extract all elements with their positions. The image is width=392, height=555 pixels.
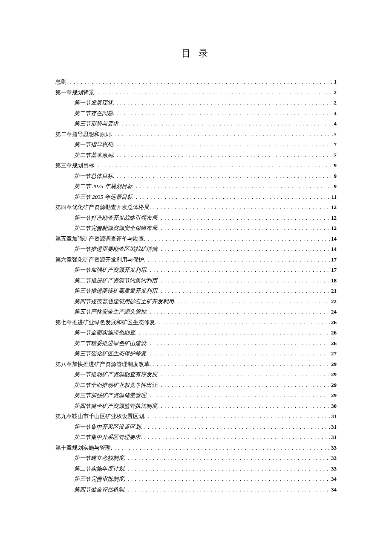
toc-leader-dots <box>113 171 333 182</box>
toc-entry-label: 第一节总体目标 <box>74 171 113 182</box>
toc-entry-page: 27 <box>330 349 337 359</box>
toc-entry: 第一节推进重要勘查区域找矿增储14 <box>55 244 337 255</box>
toc-entry: 第二节存在问题4 <box>55 108 337 119</box>
toc-entry-page: 30 <box>330 401 337 412</box>
toc-leader-dots <box>157 401 330 412</box>
toc-entry: 第一节打造勘查开发战略引领布局12 <box>55 213 337 224</box>
toc-entry-label: 第三节 2035 年远景目标 <box>74 192 133 203</box>
toc-entry-page: 18 <box>330 276 337 286</box>
toc-entry-label: 第三节加强矿产资源储量管理 <box>74 390 146 401</box>
toc-leader-dots <box>157 286 330 296</box>
toc-entry: 第八章加快推进矿产资源管理制度改革29 <box>55 359 337 370</box>
toc-leader-dots <box>174 296 330 307</box>
toc-entry: 第三节完善审批制度34 <box>55 474 337 485</box>
toc-entry-page: 4 <box>333 119 337 129</box>
toc-leader-dots <box>144 255 330 265</box>
toc-entry-page: 9 <box>333 171 337 182</box>
toc-entry-page: 7 <box>333 129 337 140</box>
toc-leader-dots <box>157 380 330 391</box>
toc-entry-label: 第一节打造勘查开发战略引领布局 <box>74 213 157 224</box>
toc-leader-dots <box>150 202 330 213</box>
toc-entry: 第一章规划背景2 <box>55 87 337 98</box>
toc-entry-page: 14 <box>330 244 337 255</box>
toc-leader-dots <box>146 349 330 359</box>
toc-entry-label: 第二节 2025 年规划目标 <box>74 181 133 192</box>
toc-leader-dots <box>111 129 333 140</box>
toc-entry-page: 22 <box>330 296 337 307</box>
toc-entry-label: 第三节形势与要求 <box>74 119 118 129</box>
toc-leader-dots <box>146 265 330 276</box>
toc-entry-page: 2 <box>333 98 337 108</box>
toc-leader-dots <box>118 119 333 129</box>
toc-entry: 第三节推进菱镁矿高质量开发利用21 <box>55 286 337 296</box>
toc-leader-dots <box>113 139 333 150</box>
toc-entry-label: 第三节强化矿区生态保护修复 <box>74 349 146 359</box>
toc-leader-dots <box>141 432 330 443</box>
toc-entry-page: 9 <box>333 181 337 192</box>
toc-entry-label: 第一章规划背景 <box>55 87 94 98</box>
toc-entry-page: 33 <box>330 453 337 464</box>
toc-entry: 第二节稳妥推进绿色矿山建设26 <box>55 338 337 349</box>
toc-leader-dots <box>133 181 333 192</box>
toc-leader-dots <box>124 485 330 495</box>
toc-entry: 第五章加强矿产资源调查评价与勘查14 <box>55 234 337 244</box>
toc-leader-dots <box>146 390 330 401</box>
toc-entry: 第二节集中开采区管理要求31 <box>55 432 337 443</box>
toc-leader-dots <box>135 328 330 338</box>
toc-entry-page: 33 <box>330 443 337 453</box>
toc-entry-page: 14 <box>330 234 337 244</box>
toc-entry: 第一节全面实施绿色勘查26 <box>55 328 337 338</box>
toc-leader-dots <box>111 443 330 453</box>
page-title: 目 录 <box>55 47 337 60</box>
toc-entry: 第二章指导思想和原则7 <box>55 129 337 140</box>
toc-entry: 第一节加强矿产资源开发利用17 <box>55 265 337 276</box>
table-of-contents: 总则1第一章规划背景2第一节发展现状2第二节存在问题4第三节形势与要求4第二章指… <box>55 77 337 495</box>
toc-entry-label: 第八章加快推进矿产资源管理制度改革 <box>55 359 150 370</box>
toc-leader-dots <box>94 160 333 171</box>
toc-entry-label: 第一节建立考核制度 <box>74 453 124 464</box>
toc-entry: 第四节规范普通建筑用砂石土矿开发利用22 <box>55 296 337 307</box>
toc-entry: 第十章规划实施与管理33 <box>55 443 337 453</box>
toc-entry-label: 第四节健全评估机制 <box>74 485 124 495</box>
toc-entry: 第一节建立考核制度33 <box>55 453 337 464</box>
toc-entry: 第二节实施年度计划33 <box>55 464 337 474</box>
toc-entry-label: 总则 <box>55 77 66 87</box>
toc-entry-label: 第六章强化矿产资源开发利用与保护 <box>55 255 144 265</box>
toc-leader-dots <box>157 276 330 286</box>
toc-entry-label: 第二章指导思想和原则 <box>55 129 111 140</box>
toc-entry: 第四节健全评估机制34 <box>55 485 337 495</box>
toc-entry-page: 26 <box>330 328 337 338</box>
toc-entry-label: 第二节基本原则 <box>74 150 113 161</box>
toc-entry-page: 11 <box>331 192 337 203</box>
toc-entry-label: 第二节稳妥推进绿色矿山建设 <box>74 338 146 349</box>
toc-entry-label: 第一节指导思想 <box>74 139 113 150</box>
toc-entry-page: 29 <box>330 380 337 391</box>
toc-entry-page: 12 <box>330 202 337 213</box>
toc-entry: 第五节严格安全生产源头管控24 <box>55 307 337 317</box>
toc-entry-page: 29 <box>330 390 337 401</box>
toc-leader-dots <box>150 359 330 370</box>
toc-entry-page: 17 <box>330 265 337 276</box>
toc-entry-page: 7 <box>333 150 337 161</box>
toc-leader-dots <box>141 422 330 433</box>
toc-entry-label: 第二节全面推动矿业权竞争性出让 <box>74 380 157 391</box>
toc-entry-label: 第一节加强矿产资源开发利用 <box>74 265 146 276</box>
toc-entry-page: 34 <box>330 474 337 485</box>
toc-entry-label: 第二节实施年度计划 <box>74 464 124 474</box>
toc-entry: 第七章推进矿业绿色发展和矿区生态修复26 <box>55 317 337 328</box>
toc-entry-label: 第十章规划实施与管理 <box>55 443 111 453</box>
toc-entry-label: 第五章加强矿产资源调查评价与勘查 <box>55 234 144 244</box>
toc-entry: 第一节推动矿产资源勘查有序发展29 <box>55 369 337 380</box>
toc-entry-page: 12 <box>330 213 337 224</box>
toc-leader-dots <box>146 307 330 317</box>
toc-entry-page: 26 <box>330 317 337 328</box>
toc-leader-dots <box>157 244 330 255</box>
toc-leader-dots <box>144 411 330 422</box>
toc-entry-label: 第四节规范普通建筑用砂石土矿开发利用 <box>74 296 174 307</box>
toc-entry: 第三节强化矿区生态保护修复27 <box>55 349 337 359</box>
toc-entry-label: 第二节完善能源资源安全保障布局 <box>74 223 157 234</box>
toc-entry-page: 34 <box>330 485 337 495</box>
toc-leader-dots <box>146 338 330 349</box>
toc-entry-page: 26 <box>330 338 337 349</box>
toc-entry-page: 4 <box>333 108 337 119</box>
